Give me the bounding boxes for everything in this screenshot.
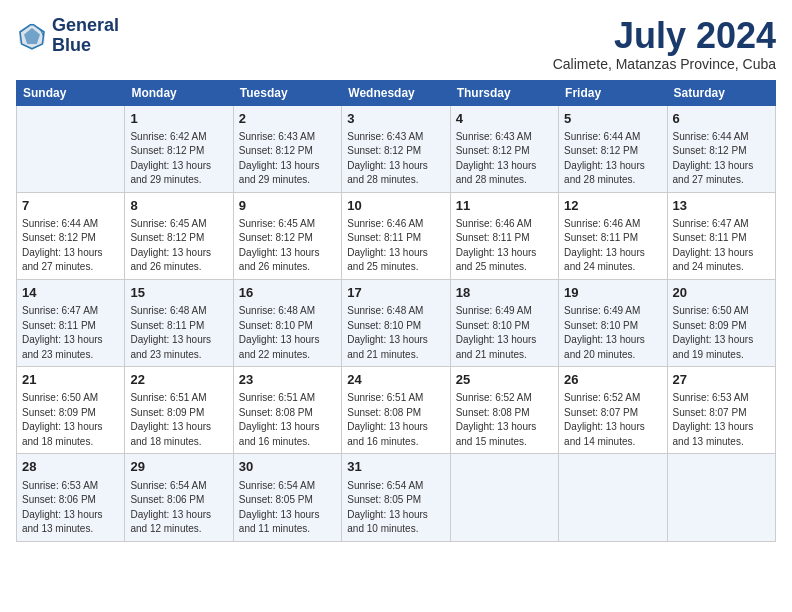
day-info: Sunrise: 6:54 AM Sunset: 8:06 PM Dayligh… xyxy=(130,479,227,537)
calendar-cell: 9Sunrise: 6:45 AM Sunset: 8:12 PM Daylig… xyxy=(233,192,341,279)
day-info: Sunrise: 6:50 AM Sunset: 8:09 PM Dayligh… xyxy=(673,304,770,362)
day-number: 10 xyxy=(347,197,444,215)
day-info: Sunrise: 6:45 AM Sunset: 8:12 PM Dayligh… xyxy=(130,217,227,275)
day-info: Sunrise: 6:47 AM Sunset: 8:11 PM Dayligh… xyxy=(673,217,770,275)
location-title: Calimete, Matanzas Province, Cuba xyxy=(553,56,776,72)
day-number: 23 xyxy=(239,371,336,389)
calendar-cell: 13Sunrise: 6:47 AM Sunset: 8:11 PM Dayli… xyxy=(667,192,775,279)
day-info: Sunrise: 6:50 AM Sunset: 8:09 PM Dayligh… xyxy=(22,391,119,449)
day-number: 22 xyxy=(130,371,227,389)
day-number: 25 xyxy=(456,371,553,389)
calendar-week-row: 1Sunrise: 6:42 AM Sunset: 8:12 PM Daylig… xyxy=(17,105,776,192)
day-number: 29 xyxy=(130,458,227,476)
day-info: Sunrise: 6:54 AM Sunset: 8:05 PM Dayligh… xyxy=(347,479,444,537)
day-info: Sunrise: 6:51 AM Sunset: 8:09 PM Dayligh… xyxy=(130,391,227,449)
calendar-cell: 12Sunrise: 6:46 AM Sunset: 8:11 PM Dayli… xyxy=(559,192,667,279)
calendar-cell: 17Sunrise: 6:48 AM Sunset: 8:10 PM Dayli… xyxy=(342,279,450,366)
calendar-cell: 19Sunrise: 6:49 AM Sunset: 8:10 PM Dayli… xyxy=(559,279,667,366)
calendar-cell: 4Sunrise: 6:43 AM Sunset: 8:12 PM Daylig… xyxy=(450,105,558,192)
day-number: 2 xyxy=(239,110,336,128)
day-number: 16 xyxy=(239,284,336,302)
day-info: Sunrise: 6:46 AM Sunset: 8:11 PM Dayligh… xyxy=(456,217,553,275)
day-number: 20 xyxy=(673,284,770,302)
day-info: Sunrise: 6:51 AM Sunset: 8:08 PM Dayligh… xyxy=(347,391,444,449)
header-monday: Monday xyxy=(125,80,233,105)
calendar-cell xyxy=(559,454,667,541)
day-number: 12 xyxy=(564,197,661,215)
day-number: 11 xyxy=(456,197,553,215)
calendar-week-row: 28Sunrise: 6:53 AM Sunset: 8:06 PM Dayli… xyxy=(17,454,776,541)
day-number: 9 xyxy=(239,197,336,215)
logo-icon xyxy=(16,20,48,52)
day-number: 19 xyxy=(564,284,661,302)
day-info: Sunrise: 6:54 AM Sunset: 8:05 PM Dayligh… xyxy=(239,479,336,537)
logo-text: General Blue xyxy=(52,16,119,56)
day-info: Sunrise: 6:49 AM Sunset: 8:10 PM Dayligh… xyxy=(564,304,661,362)
calendar-cell: 23Sunrise: 6:51 AM Sunset: 8:08 PM Dayli… xyxy=(233,367,341,454)
header-tuesday: Tuesday xyxy=(233,80,341,105)
day-number: 5 xyxy=(564,110,661,128)
calendar-cell: 3Sunrise: 6:43 AM Sunset: 8:12 PM Daylig… xyxy=(342,105,450,192)
day-info: Sunrise: 6:48 AM Sunset: 8:10 PM Dayligh… xyxy=(239,304,336,362)
day-info: Sunrise: 6:52 AM Sunset: 8:08 PM Dayligh… xyxy=(456,391,553,449)
day-info: Sunrise: 6:44 AM Sunset: 8:12 PM Dayligh… xyxy=(673,130,770,188)
day-number: 30 xyxy=(239,458,336,476)
day-info: Sunrise: 6:46 AM Sunset: 8:11 PM Dayligh… xyxy=(347,217,444,275)
calendar-cell: 21Sunrise: 6:50 AM Sunset: 8:09 PM Dayli… xyxy=(17,367,125,454)
day-number: 24 xyxy=(347,371,444,389)
calendar-week-row: 14Sunrise: 6:47 AM Sunset: 8:11 PM Dayli… xyxy=(17,279,776,366)
day-number: 17 xyxy=(347,284,444,302)
day-info: Sunrise: 6:43 AM Sunset: 8:12 PM Dayligh… xyxy=(456,130,553,188)
month-title: July 2024 xyxy=(553,16,776,56)
day-number: 7 xyxy=(22,197,119,215)
day-info: Sunrise: 6:52 AM Sunset: 8:07 PM Dayligh… xyxy=(564,391,661,449)
header-thursday: Thursday xyxy=(450,80,558,105)
day-number: 15 xyxy=(130,284,227,302)
day-info: Sunrise: 6:43 AM Sunset: 8:12 PM Dayligh… xyxy=(239,130,336,188)
calendar-cell: 5Sunrise: 6:44 AM Sunset: 8:12 PM Daylig… xyxy=(559,105,667,192)
calendar-table: SundayMondayTuesdayWednesdayThursdayFrid… xyxy=(16,80,776,542)
calendar-cell: 24Sunrise: 6:51 AM Sunset: 8:08 PM Dayli… xyxy=(342,367,450,454)
calendar-cell: 15Sunrise: 6:48 AM Sunset: 8:11 PM Dayli… xyxy=(125,279,233,366)
day-info: Sunrise: 6:51 AM Sunset: 8:08 PM Dayligh… xyxy=(239,391,336,449)
day-number: 1 xyxy=(130,110,227,128)
calendar-cell: 28Sunrise: 6:53 AM Sunset: 8:06 PM Dayli… xyxy=(17,454,125,541)
day-number: 4 xyxy=(456,110,553,128)
calendar-cell: 27Sunrise: 6:53 AM Sunset: 8:07 PM Dayli… xyxy=(667,367,775,454)
header-friday: Friday xyxy=(559,80,667,105)
day-info: Sunrise: 6:42 AM Sunset: 8:12 PM Dayligh… xyxy=(130,130,227,188)
calendar-cell: 20Sunrise: 6:50 AM Sunset: 8:09 PM Dayli… xyxy=(667,279,775,366)
day-number: 6 xyxy=(673,110,770,128)
calendar-cell: 29Sunrise: 6:54 AM Sunset: 8:06 PM Dayli… xyxy=(125,454,233,541)
day-number: 14 xyxy=(22,284,119,302)
calendar-cell: 22Sunrise: 6:51 AM Sunset: 8:09 PM Dayli… xyxy=(125,367,233,454)
title-block: July 2024 Calimete, Matanzas Province, C… xyxy=(553,16,776,72)
day-info: Sunrise: 6:53 AM Sunset: 8:07 PM Dayligh… xyxy=(673,391,770,449)
calendar-cell: 11Sunrise: 6:46 AM Sunset: 8:11 PM Dayli… xyxy=(450,192,558,279)
day-info: Sunrise: 6:47 AM Sunset: 8:11 PM Dayligh… xyxy=(22,304,119,362)
calendar-cell: 18Sunrise: 6:49 AM Sunset: 8:10 PM Dayli… xyxy=(450,279,558,366)
day-info: Sunrise: 6:53 AM Sunset: 8:06 PM Dayligh… xyxy=(22,479,119,537)
header-sunday: Sunday xyxy=(17,80,125,105)
calendar-cell: 1Sunrise: 6:42 AM Sunset: 8:12 PM Daylig… xyxy=(125,105,233,192)
day-number: 28 xyxy=(22,458,119,476)
day-info: Sunrise: 6:43 AM Sunset: 8:12 PM Dayligh… xyxy=(347,130,444,188)
header-wednesday: Wednesday xyxy=(342,80,450,105)
day-number: 18 xyxy=(456,284,553,302)
day-info: Sunrise: 6:45 AM Sunset: 8:12 PM Dayligh… xyxy=(239,217,336,275)
calendar-cell xyxy=(667,454,775,541)
day-number: 21 xyxy=(22,371,119,389)
calendar-cell: 2Sunrise: 6:43 AM Sunset: 8:12 PM Daylig… xyxy=(233,105,341,192)
calendar-cell: 8Sunrise: 6:45 AM Sunset: 8:12 PM Daylig… xyxy=(125,192,233,279)
calendar-cell: 31Sunrise: 6:54 AM Sunset: 8:05 PM Dayli… xyxy=(342,454,450,541)
day-info: Sunrise: 6:48 AM Sunset: 8:11 PM Dayligh… xyxy=(130,304,227,362)
day-number: 3 xyxy=(347,110,444,128)
calendar-cell: 7Sunrise: 6:44 AM Sunset: 8:12 PM Daylig… xyxy=(17,192,125,279)
day-number: 26 xyxy=(564,371,661,389)
calendar-cell: 16Sunrise: 6:48 AM Sunset: 8:10 PM Dayli… xyxy=(233,279,341,366)
calendar-week-row: 7Sunrise: 6:44 AM Sunset: 8:12 PM Daylig… xyxy=(17,192,776,279)
calendar-cell xyxy=(17,105,125,192)
day-number: 13 xyxy=(673,197,770,215)
header-saturday: Saturday xyxy=(667,80,775,105)
calendar-cell: 25Sunrise: 6:52 AM Sunset: 8:08 PM Dayli… xyxy=(450,367,558,454)
